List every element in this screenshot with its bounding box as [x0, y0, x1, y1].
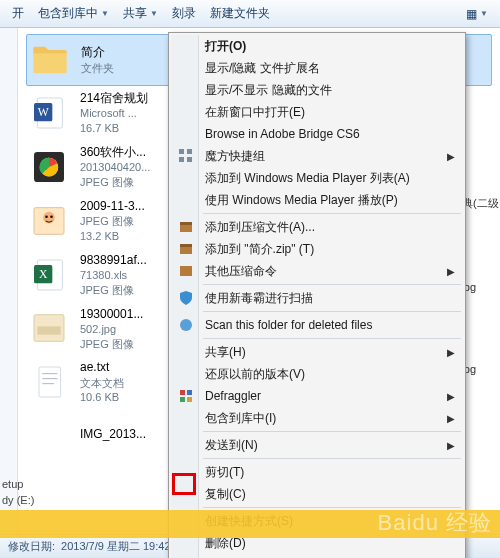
- archive-icon: [177, 218, 195, 236]
- submenu-arrow-icon: ▶: [447, 347, 455, 358]
- file-name: 简介: [81, 44, 114, 60]
- ctx-scan-virus[interactable]: 使用新毒霸进行扫描: [171, 287, 463, 309]
- ctx-label: Scan this folder for deleted files: [205, 318, 372, 332]
- ctx-label: 显示/隐藏 文件扩展名: [205, 60, 320, 77]
- submenu-arrow-icon: ▶: [447, 151, 455, 162]
- svg-rect-27: [180, 244, 192, 247]
- explorer-window: 开 包含到库中 ▼ 共享 ▼ 刻录 新建文件夹 ▦ ▼ 试宝典(二级 5_2.j…: [0, 0, 500, 558]
- context-menu: 打开(O) 显示/隐藏 文件扩展名 显示/不显示 隐藏的文件 在新窗口中打开(E…: [168, 32, 466, 558]
- svg-point-9: [45, 215, 48, 218]
- ctx-label: 使用新毒霸进行扫描: [205, 290, 313, 307]
- toolbar-include-label: 包含到库中: [38, 5, 98, 22]
- file-meta: 文本文档: [80, 376, 124, 391]
- ctx-other-archive[interactable]: 其他压缩命令 ▶: [171, 260, 463, 282]
- file-meta: Microsoft ...: [80, 106, 148, 121]
- chrome-icon: [28, 146, 70, 188]
- toolbar-open[interactable]: 开: [6, 3, 30, 24]
- svg-rect-25: [180, 222, 192, 225]
- ctx-label: Defraggler: [205, 389, 261, 403]
- file-name: ae.txt: [80, 359, 124, 375]
- svg-rect-21: [187, 149, 192, 154]
- ctx-label: 使用 Windows Media Player 播放(P): [205, 192, 398, 209]
- left-edge-peek: etup dy (E:): [2, 477, 42, 508]
- svg-point-29: [180, 319, 192, 331]
- separator: [203, 338, 461, 339]
- grid-icon: [177, 147, 195, 165]
- toolbar-share[interactable]: 共享 ▼: [117, 3, 164, 24]
- toolbar: 开 包含到库中 ▼ 共享 ▼ 刻录 新建文件夹 ▦ ▼: [0, 0, 500, 28]
- ctx-include-in-library[interactable]: 包含到库中(I) ▶: [171, 407, 463, 429]
- svg-text:W: W: [38, 106, 49, 119]
- submenu-arrow-icon: ▶: [447, 266, 455, 277]
- ctx-share[interactable]: 共享(H) ▶: [171, 341, 463, 363]
- ctx-open-new-window[interactable]: 在新窗口中打开(E): [171, 101, 463, 123]
- toolbar-include-in-library[interactable]: 包含到库中 ▼: [32, 3, 115, 24]
- text-file-icon: [28, 361, 70, 403]
- file-meta: 10.6 KB: [80, 390, 124, 405]
- separator: [203, 213, 461, 214]
- ctx-scan-deleted[interactable]: Scan this folder for deleted files: [171, 314, 463, 336]
- ctx-send-to[interactable]: 发送到(N) ▶: [171, 434, 463, 456]
- ctx-label: 其他压缩命令: [205, 263, 277, 280]
- submenu-arrow-icon: ▶: [447, 391, 455, 402]
- toolbar-burn[interactable]: 刻录: [166, 3, 202, 24]
- ctx-label: 打开(O): [205, 38, 246, 55]
- ctx-rename[interactable]: 重命名(M): [171, 554, 463, 558]
- image-thumbnail-icon: [28, 307, 70, 349]
- image-thumbnail-icon: [28, 413, 70, 455]
- svg-rect-15: [37, 327, 60, 335]
- ctx-label: 在新窗口中打开(E): [205, 104, 305, 121]
- svg-rect-30: [180, 390, 185, 395]
- status-label: 修改日期:: [8, 539, 55, 554]
- defraggler-icon: [177, 387, 195, 405]
- toolbar-newfolder-label: 新建文件夹: [210, 5, 270, 22]
- ctx-label: 添加到压缩文件(A)...: [205, 219, 315, 236]
- toolbar-view-options[interactable]: ▦ ▼: [460, 5, 494, 23]
- ctx-defraggler[interactable]: Defraggler ▶: [171, 385, 463, 407]
- svg-text:X: X: [39, 268, 48, 281]
- ctx-toggle-extensions[interactable]: 显示/隐藏 文件扩展名: [171, 57, 463, 79]
- ctx-label: 魔方快捷组: [205, 148, 265, 165]
- file-name: 19300001...: [80, 306, 143, 322]
- ctx-label: 添加到 Windows Media Player 列表(A): [205, 170, 410, 187]
- separator: [203, 507, 461, 508]
- ctx-cut[interactable]: 剪切(T): [171, 461, 463, 483]
- toolbar-new-folder[interactable]: 新建文件夹: [204, 3, 276, 24]
- file-name: 2009-11-3...: [80, 198, 145, 214]
- ctx-label: 包含到库中(I): [205, 410, 276, 427]
- chevron-down-icon: ▼: [101, 9, 109, 18]
- ctx-play-wmp[interactable]: 使用 Windows Media Player 播放(P): [171, 189, 463, 211]
- submenu-arrow-icon: ▶: [447, 440, 455, 451]
- file-name: 214宿舍规划: [80, 90, 148, 106]
- ctx-browse-bridge[interactable]: Browse in Adobe Bridge CS6: [171, 123, 463, 145]
- chevron-down-icon: ▼: [480, 9, 488, 18]
- recuva-icon: [177, 316, 195, 334]
- word-doc-icon: W: [28, 92, 70, 134]
- ctx-label: 添加到 "简介.zip" (T): [205, 241, 314, 258]
- ctx-add-archive[interactable]: 添加到压缩文件(A)...: [171, 216, 463, 238]
- ctx-open[interactable]: 打开(O): [171, 35, 463, 57]
- ctx-label: 复制(C): [205, 486, 246, 503]
- ctx-add-wmp-list[interactable]: 添加到 Windows Media Player 列表(A): [171, 167, 463, 189]
- file-meta: 2013040420...: [80, 160, 150, 175]
- file-meta: JPEG 图像: [80, 337, 143, 352]
- svg-rect-32: [180, 397, 185, 402]
- ctx-restore-previous[interactable]: 还原以前的版本(V): [171, 363, 463, 385]
- svg-rect-22: [179, 157, 184, 162]
- ctx-magic-shortcut[interactable]: 魔方快捷组 ▶: [171, 145, 463, 167]
- ctx-copy[interactable]: 复制(C): [171, 483, 463, 505]
- file-meta: JPEG 图像: [80, 283, 147, 298]
- image-thumbnail-icon: [28, 200, 70, 242]
- ctx-label: 发送到(N): [205, 437, 258, 454]
- separator: [203, 311, 461, 312]
- ctx-label: 还原以前的版本(V): [205, 366, 305, 383]
- toolbar-share-label: 共享: [123, 5, 147, 22]
- svg-rect-16: [39, 367, 61, 397]
- nav-sidebar[interactable]: [0, 28, 18, 534]
- svg-rect-33: [187, 397, 192, 402]
- archive-icon: [177, 262, 195, 280]
- toolbar-burn-label: 刻录: [172, 5, 196, 22]
- svg-rect-0: [33, 52, 66, 74]
- ctx-toggle-hidden[interactable]: 显示/不显示 隐藏的文件: [171, 79, 463, 101]
- ctx-add-zip[interactable]: 添加到 "简介.zip" (T): [171, 238, 463, 260]
